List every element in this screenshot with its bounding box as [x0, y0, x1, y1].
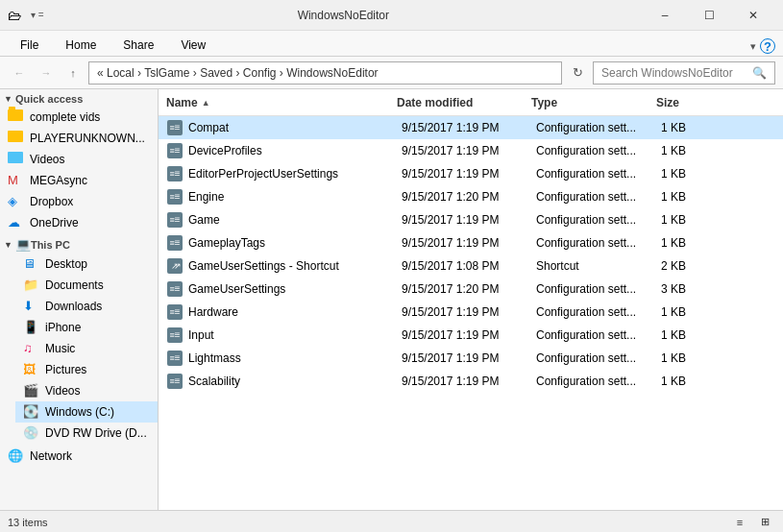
table-row[interactable]: ≡ Engine 9/15/2017 1:20 PM Configuration…	[159, 185, 783, 208]
file-name: GameUserSettings - Shortcut	[188, 259, 402, 273]
sidebar-item-playerunknown[interactable]: PLAYERUNKNOWN...	[0, 128, 158, 149]
file-size: 2 KB	[661, 259, 728, 273]
file-icon: ≡	[166, 120, 184, 135]
col-header-size[interactable]: Size	[656, 96, 723, 109]
search-input[interactable]	[601, 66, 752, 80]
sidebar-item-network[interactable]: 🌐 Network	[0, 446, 158, 467]
sidebar-item-pictures[interactable]: 🖼 Pictures	[15, 359, 158, 380]
view-list-button[interactable]: ≡	[729, 513, 750, 532]
file-size: 1 KB	[661, 121, 728, 134]
sidebar-label-music: Music	[45, 342, 75, 355]
sidebar-item-documents[interactable]: 📁 Documents	[15, 275, 158, 296]
table-row[interactable]: ≡ GameplayTags 9/15/2017 1:19 PM Configu…	[159, 231, 783, 254]
file-type: Configuration sett...	[536, 144, 661, 157]
sidebar-item-music[interactable]: ♫ Music	[15, 338, 158, 359]
search-box[interactable]: 🔍	[593, 61, 775, 85]
up-button[interactable]: ↑	[61, 61, 85, 85]
sidebar-item-windows-c[interactable]: 💽 Windows (C:)	[15, 401, 158, 423]
desktop-icon: 🖥	[23, 256, 40, 272]
this-pc-header[interactable]: ▼ 💻 This PC	[0, 233, 158, 254]
tab-home[interactable]: Home	[53, 34, 109, 56]
back-button[interactable]: ←	[8, 61, 31, 85]
file-size: 1 KB	[661, 375, 728, 388]
table-row[interactable]: ≡ DeviceProfiles 9/15/2017 1:19 PM Confi…	[159, 139, 783, 162]
col-header-name[interactable]: Name ▲	[166, 96, 397, 109]
onedrive-icon: ☁	[8, 215, 25, 230]
file-name: Hardware	[188, 305, 402, 319]
dropbox-icon: ◈	[8, 194, 25, 209]
sidebar-label-playerunknown: PLAYERUNKNOWN...	[30, 132, 145, 145]
address-field[interactable]: « Local › TslGame › Saved › Config › Win…	[88, 61, 562, 85]
sidebar-item-megasync[interactable]: M MEGAsync	[0, 170, 158, 191]
view-controls: ≡ ⊞	[729, 513, 775, 532]
file-icon: ≡	[166, 212, 184, 228]
chevron-down-icon: ▼	[4, 94, 12, 104]
forward-button[interactable]: →	[35, 61, 58, 85]
file-icon: ≡	[166, 281, 184, 297]
sidebar-label-videos2: Videos	[45, 384, 80, 398]
tab-file[interactable]: File	[8, 34, 51, 56]
sidebar-item-desktop[interactable]: 🖥 Desktop	[15, 254, 158, 275]
folder-icon	[8, 109, 25, 125]
table-row[interactable]: ≡ GameUserSettings 9/15/2017 1:20 PM Con…	[159, 278, 783, 301]
file-icon: ≡	[166, 374, 184, 389]
file-icon: ≡	[166, 327, 184, 343]
table-row[interactable]: ≡ EditorPerProjectUserSettings 9/15/2017…	[159, 162, 783, 185]
sidebar-item-dvd[interactable]: 💿 DVD RW Drive (D...	[15, 423, 158, 444]
item-count: 13 items	[8, 517, 48, 528]
col-header-date[interactable]: Date modified	[397, 96, 531, 109]
file-list: ≡ Compat 9/15/2017 1:19 PM Configuration…	[159, 116, 783, 510]
file-name: Lightmass	[188, 351, 402, 365]
sidebar-item-dropbox[interactable]: ◈ Dropbox	[0, 191, 158, 212]
file-date: 9/15/2017 1:19 PM	[402, 328, 536, 342]
file-name: GameplayTags	[188, 236, 402, 250]
file-date: 9/15/2017 1:19 PM	[402, 167, 536, 181]
sidebar-item-downloads[interactable]: ⬇ Downloads	[15, 296, 158, 317]
title-bar: 🗁 ▾ = WindowsNoEditor – ☐ ✕	[0, 0, 783, 31]
file-type: Configuration sett...	[536, 121, 661, 134]
refresh-button[interactable]: ↻	[566, 61, 589, 85]
table-row[interactable]: ≡ Hardware 9/15/2017 1:19 PM Configurati…	[159, 301, 783, 324]
tab-share[interactable]: Share	[110, 34, 166, 56]
sidebar-item-iphone[interactable]: 📱 iPhone	[15, 317, 158, 338]
file-size: 1 KB	[661, 167, 728, 181]
quick-access-header[interactable]: ▼ Quick access	[0, 89, 158, 107]
file-date: 9/15/2017 1:19 PM	[402, 236, 536, 250]
file-size: 1 KB	[661, 144, 728, 157]
pictures-icon: 🖼	[23, 362, 40, 377]
sidebar-item-onedrive[interactable]: ☁ OneDrive	[0, 212, 158, 233]
file-size: 1 KB	[661, 213, 728, 227]
file-name: Game	[188, 213, 402, 227]
file-size: 1 KB	[661, 351, 728, 365]
sidebar-item-videos2[interactable]: 🎬 Videos	[15, 380, 158, 401]
file-type: Configuration sett...	[536, 282, 661, 296]
table-row[interactable]: ≡ Game 9/15/2017 1:19 PM Configuration s…	[159, 208, 783, 231]
iphone-icon: 📱	[23, 320, 40, 335]
table-row[interactable]: ≡ Input 9/15/2017 1:19 PM Configuration …	[159, 324, 783, 347]
file-type: Configuration sett...	[536, 190, 661, 204]
file-table-header: Name ▲ Date modified Type Size	[159, 89, 783, 116]
breadcrumb: « Local › TslGame › Saved › Config › Win…	[97, 66, 379, 80]
help-icon[interactable]: ?	[760, 38, 775, 54]
table-row[interactable]: ≡ Scalability 9/15/2017 1:19 PM Configur…	[159, 370, 783, 393]
table-row[interactable]: ≡ Compat 9/15/2017 1:19 PM Configuration…	[159, 116, 783, 139]
close-button[interactable]: ✕	[731, 0, 775, 31]
sidebar-label-onedrive: OneDrive	[30, 216, 79, 230]
col-header-type[interactable]: Type	[531, 96, 656, 109]
music-icon: ♫	[23, 341, 40, 356]
sidebar-item-videos-qa[interactable]: Videos	[0, 149, 158, 170]
sidebar-label-videos-qa: Videos	[30, 153, 64, 166]
sidebar-label-network: Network	[30, 449, 72, 463]
view-details-button[interactable]: ⊞	[754, 513, 775, 532]
sidebar: ▼ Quick access complete vids PLAYERUNKNO…	[0, 89, 159, 510]
tab-view[interactable]: View	[168, 34, 218, 56]
sidebar-item-complete-vids[interactable]: complete vids	[0, 107, 158, 128]
minimize-button[interactable]: –	[643, 0, 687, 31]
table-row[interactable]: ↗ GameUserSettings - Shortcut 9/15/2017 …	[159, 254, 783, 278]
this-pc-label: This PC	[31, 239, 70, 251]
maximize-button[interactable]: ☐	[687, 0, 731, 31]
file-size: 1 KB	[661, 190, 728, 204]
file-size: 1 KB	[661, 236, 728, 250]
table-row[interactable]: ≡ Lightmass 9/15/2017 1:19 PM Configurat…	[159, 347, 783, 370]
file-name: EditorPerProjectUserSettings	[188, 167, 402, 181]
